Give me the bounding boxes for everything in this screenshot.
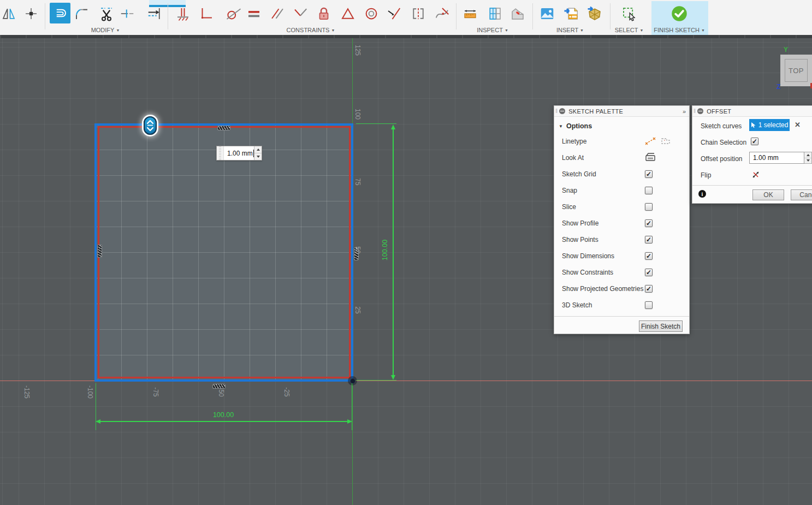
panel-minimize-icon[interactable] — [559, 108, 565, 114]
height-dimension-label[interactable]: 100.00 — [381, 233, 389, 267]
spinner-up-button[interactable] — [804, 152, 811, 158]
spinner-down-button[interactable] — [804, 158, 811, 164]
modify-group-label[interactable]: MODIFY▼ — [91, 27, 120, 33]
panel-grip-icon[interactable]: ‖ — [692, 108, 697, 114]
sketch-grid-checkbox[interactable] — [645, 170, 653, 178]
finish-sketch-label[interactable]: FINISH SKETCH▼ — [654, 27, 705, 33]
3d-sketch-checkbox[interactable] — [645, 301, 653, 309]
insert-svg-icon[interactable] — [561, 3, 581, 25]
sketch-palette-header[interactable]: ‖ SKETCH PALETTE » — [554, 106, 689, 117]
offset-position-spinner[interactable] — [804, 152, 812, 164]
viewcube[interactable]: TOP Y Z — [780, 55, 812, 86]
trim-tool-icon[interactable] — [97, 3, 116, 25]
insert-image-icon[interactable] — [537, 3, 557, 25]
show-projected-geometries-checkbox[interactable] — [645, 285, 653, 293]
show-constraints-checkbox[interactable] — [645, 269, 653, 276]
measure-tool-icon[interactable] — [460, 3, 480, 25]
y-tick: 100 — [346, 102, 370, 126]
show-dimensions-checkbox[interactable] — [645, 252, 653, 260]
dim-extension-line — [356, 380, 396, 381]
offset-dialog-title: OFFSET — [707, 108, 731, 115]
concentric-constraint-icon[interactable] — [361, 3, 381, 25]
width-dimension-label[interactable]: 100.00 — [206, 411, 240, 419]
clear-selection-icon[interactable]: ✕ — [795, 121, 801, 129]
ok-button[interactable]: OK — [752, 189, 784, 200]
fillet-tool-icon[interactable] — [72, 3, 92, 25]
panel-grip-icon[interactable]: ‖ — [554, 108, 559, 114]
spinner-down-button[interactable] — [254, 153, 262, 160]
cancel-button[interactable]: Cancel — [791, 189, 812, 200]
x-tick: -75 — [144, 380, 168, 404]
selection-count-button[interactable]: 1 selected — [749, 119, 790, 131]
constraint-glyph-top[interactable] — [217, 126, 230, 130]
parallel-constraint-icon[interactable] — [268, 3, 287, 25]
horizontal-constraint-icon[interactable] — [197, 3, 216, 25]
width-dimension-line[interactable] — [99, 421, 349, 422]
finish-sketch-icon[interactable] — [669, 3, 689, 25]
show-profile-checkbox[interactable] — [645, 219, 653, 227]
snap-checkbox[interactable] — [645, 187, 653, 194]
constraint-glyph-right[interactable] — [354, 247, 359, 260]
offset-dialog-footer: i OK Cancel — [692, 185, 812, 204]
offset-input-value[interactable]: 1.00 mm — [227, 150, 253, 157]
draft-analysis-icon[interactable] — [508, 3, 527, 25]
sketch-rectangle[interactable] — [94, 123, 353, 382]
constraints-group-label[interactable]: CONSTRAINTS▼ — [287, 27, 335, 33]
finish-sketch-button[interactable]: Finish Sketch — [639, 320, 683, 332]
offset-drag-manipulator[interactable] — [144, 116, 157, 135]
extend-tool-icon[interactable] — [117, 3, 137, 25]
options-section-header[interactable]: ▼ Options — [554, 119, 689, 133]
point-tool-icon[interactable] — [21, 3, 41, 25]
tangent-constraint-icon[interactable] — [224, 3, 244, 25]
panel-minimize-icon[interactable] — [697, 108, 703, 114]
x-tick: -25 — [275, 380, 299, 404]
vertical-constraint-icon[interactable] — [173, 3, 193, 25]
insert-group-label[interactable]: INSERT▼ — [556, 27, 584, 33]
fix-constraint-icon[interactable] — [314, 3, 334, 25]
coincident-constraint-icon[interactable] — [384, 3, 404, 25]
offset-position-input[interactable]: 1.00 mm — [749, 152, 804, 164]
dim-arrow-down — [391, 375, 395, 380]
viewcube-top-face[interactable]: TOP — [785, 59, 808, 82]
offset-dialog-header[interactable]: ‖ OFFSET — [692, 106, 812, 117]
projected-geometry-icon[interactable] — [660, 136, 671, 147]
select-group-label[interactable]: SELECT▼ — [615, 27, 644, 33]
input-drag-grip[interactable] — [217, 146, 224, 160]
equal-constraint-icon[interactable] — [244, 3, 264, 25]
midpoint-constraint-icon[interactable] — [338, 3, 358, 25]
section-analysis-icon[interactable] — [485, 3, 505, 25]
offset-tool-icon[interactable] — [50, 3, 70, 23]
info-icon[interactable]: i — [698, 190, 706, 198]
curvature-constraint-icon[interactable] — [432, 3, 452, 25]
dim-arrow-up — [391, 124, 395, 129]
select-tool-icon[interactable] — [619, 3, 639, 25]
chain-selection-checkbox[interactable] — [751, 138, 758, 145]
show-points-checkbox[interactable] — [645, 236, 653, 243]
break-tool-icon[interactable] — [145, 3, 164, 25]
offset-input-spinner[interactable] — [254, 146, 262, 160]
constraint-glyph-bottom[interactable] — [212, 384, 226, 389]
palette-row-show-dimensions: Show Dimensions — [554, 248, 689, 264]
x-tick: -100 — [78, 380, 102, 404]
flip-icon[interactable] — [751, 170, 761, 181]
palette-row-look-at: Look At — [554, 150, 689, 166]
caret-down-icon: ▼ — [505, 28, 508, 32]
offset-value-input[interactable]: 1.00 mm — [216, 146, 262, 161]
panel-collapse-icon[interactable]: » — [683, 108, 689, 115]
spinner-up-button[interactable] — [254, 146, 262, 153]
viewcube-y-axis-label: Y — [784, 46, 788, 54]
dim-arrow-left — [96, 419, 100, 424]
perpendicular-constraint-icon[interactable] — [291, 3, 310, 25]
construction-line-icon[interactable] — [645, 136, 656, 147]
caret-down-icon: ▼ — [559, 124, 563, 129]
height-dimension-line[interactable] — [393, 129, 394, 376]
symmetry-constraint-icon[interactable] — [408, 3, 428, 25]
slice-checkbox[interactable] — [645, 203, 653, 211]
constraint-glyph-left[interactable] — [97, 245, 102, 258]
sketch-canvas[interactable]: 125 100 75 50 25 -125 -100 -75 -50 -25 1… — [0, 38, 812, 505]
look-at-icon[interactable] — [645, 152, 656, 164]
mirror-tool-icon[interactable] — [0, 3, 19, 25]
origin-point[interactable] — [348, 376, 357, 385]
insert-mesh-icon[interactable] — [585, 3, 604, 25]
inspect-group-label[interactable]: INSPECT▼ — [477, 27, 508, 33]
